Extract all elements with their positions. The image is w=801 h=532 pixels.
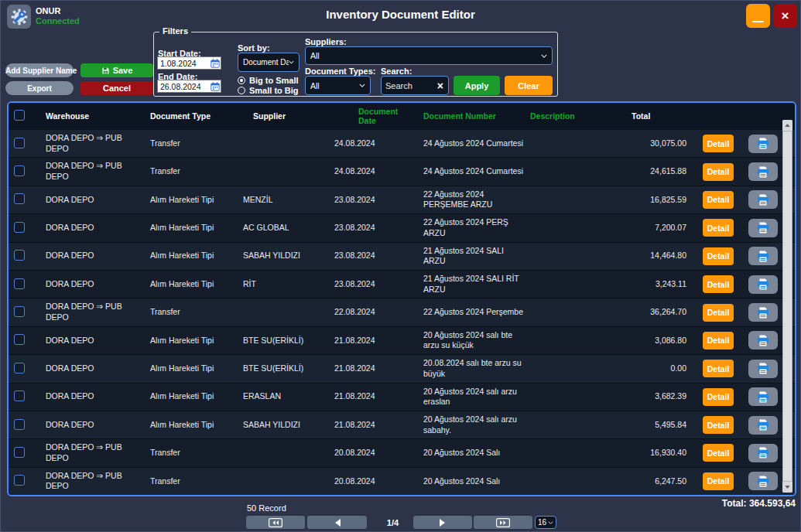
- export-button[interactable]: Export: [5, 81, 74, 95]
- row-checkbox[interactable]: [14, 278, 25, 289]
- cell-warehouse: DORA DEPO ⇒ PUB DEPO: [39, 442, 144, 463]
- cell-total: 16,930.40: [608, 448, 694, 459]
- minimize-button[interactable]: [746, 4, 770, 28]
- add-supplier-name-button[interactable]: Add Supplier Name: [5, 63, 74, 77]
- cancel-button[interactable]: Cancel: [80, 81, 153, 95]
- document-types-dropdown[interactable]: All: [305, 76, 371, 95]
- cell-document-number: 22 Ağustos 2024 Perşembe: [417, 307, 524, 318]
- printer-icon: [757, 335, 769, 346]
- cell-total: 6,247.50: [608, 476, 694, 487]
- calendar-icon[interactable]: [209, 82, 221, 91]
- suppliers-dropdown[interactable]: All: [305, 46, 553, 65]
- detail-button[interactable]: Detail: [703, 247, 734, 265]
- row-checkbox[interactable]: [14, 306, 25, 317]
- detail-button[interactable]: Detail: [703, 332, 734, 350]
- cell-document-number: 24 Ağustos 2024 Cumartesi: [417, 166, 524, 177]
- calendar-icon[interactable]: [209, 59, 221, 68]
- row-checkbox[interactable]: [14, 363, 25, 373]
- vertical-scrollbar[interactable]: [782, 120, 792, 493]
- table-row: DORA DEPO Alım Hareketi Tipi AC GLOBAL 2…: [9, 213, 795, 241]
- detail-button[interactable]: Detail: [703, 416, 734, 434]
- apply-button[interactable]: Apply: [454, 76, 500, 95]
- first-page-button[interactable]: [246, 516, 305, 529]
- scrollbar-thumb[interactable]: [783, 131, 792, 481]
- documents-table: Warehouse Document Type Supplier Documen…: [7, 101, 796, 496]
- print-button[interactable]: [748, 331, 778, 350]
- table-row: DORA DEPO ⇒ PUB DEPO Transfer 22.08.2024…: [9, 298, 795, 326]
- cell-warehouse: DORA DEPO: [39, 279, 144, 290]
- row-checkbox[interactable]: [14, 138, 25, 148]
- scroll-down-icon[interactable]: [782, 482, 792, 493]
- detail-button[interactable]: Detail: [703, 219, 734, 237]
- cell-document-number: 20.08.2024 salı bte arzu su büyük: [417, 358, 524, 379]
- detail-button[interactable]: Detail: [703, 163, 734, 181]
- row-checkbox[interactable]: [14, 475, 25, 486]
- cell-document-number: 20 Ağustos 2024 Salı: [417, 476, 524, 487]
- detail-button[interactable]: Detail: [703, 360, 734, 377]
- printer-icon: [757, 447, 769, 459]
- cell-supplier: BTE SU(ERİKLİ): [237, 336, 328, 346]
- print-button[interactable]: [748, 219, 778, 237]
- cell-document-type: Alım Hareketi Tipi: [144, 279, 237, 290]
- close-button[interactable]: ×: [773, 4, 797, 28]
- clear-button[interactable]: Clear: [505, 76, 553, 95]
- cell-total: 3,682.39: [608, 391, 694, 402]
- print-button[interactable]: [748, 162, 778, 181]
- next-page-button[interactable]: [413, 516, 472, 529]
- detail-button[interactable]: Detail: [703, 472, 734, 490]
- last-page-button[interactable]: [474, 516, 532, 529]
- sort-by-dropdown[interactable]: Document Date: [238, 53, 300, 72]
- chevron-down-icon: [548, 521, 553, 524]
- detail-button[interactable]: Detail: [703, 275, 734, 293]
- print-button[interactable]: [748, 190, 778, 209]
- print-button[interactable]: [748, 472, 778, 490]
- row-checkbox[interactable]: [14, 193, 25, 204]
- sort-order-big-to-small[interactable]: Big to Small: [238, 76, 299, 85]
- detail-button[interactable]: Detail: [703, 135, 734, 152]
- row-checkbox[interactable]: [14, 334, 25, 345]
- detail-button[interactable]: Detail: [703, 304, 734, 322]
- row-checkbox[interactable]: [14, 250, 25, 261]
- cell-document-date: 24.08.2024: [328, 166, 417, 177]
- print-button[interactable]: [748, 303, 778, 322]
- detail-button[interactable]: Detail: [703, 444, 734, 462]
- select-all-checkbox[interactable]: [14, 110, 25, 121]
- print-button[interactable]: [748, 247, 778, 265]
- detail-button[interactable]: Detail: [703, 191, 734, 209]
- cell-supplier: BTE SU(ERİKLİ): [237, 363, 328, 374]
- row-checkbox[interactable]: [14, 447, 25, 458]
- sort-order-small-to-big[interactable]: Small to Big: [238, 86, 299, 95]
- print-button[interactable]: [748, 275, 778, 294]
- row-checkbox[interactable]: [14, 165, 25, 176]
- scroll-up-icon[interactable]: [782, 120, 792, 131]
- detail-button[interactable]: Detail: [703, 388, 734, 406]
- cell-total: 14,464.80: [608, 251, 694, 261]
- row-checkbox[interactable]: [14, 419, 25, 430]
- radio-selected-icon: [238, 77, 245, 84]
- search-input[interactable]: [385, 81, 436, 90]
- save-label: Save: [113, 66, 133, 75]
- row-checkbox[interactable]: [14, 390, 25, 401]
- row-checkbox[interactable]: [14, 222, 25, 233]
- previous-page-icon: [334, 518, 341, 527]
- col-total: Total: [608, 111, 694, 121]
- minimize-icon: [752, 21, 764, 23]
- print-button[interactable]: [748, 416, 778, 435]
- col-warehouse: Warehouse: [39, 111, 144, 121]
- cell-document-date: 21.08.2024: [328, 363, 417, 374]
- start-date-input[interactable]: [158, 59, 209, 68]
- end-date-input[interactable]: [158, 82, 209, 91]
- cell-document-type: Alım Hareketi Tipi: [144, 195, 237, 206]
- printer-icon: [757, 363, 769, 374]
- save-button[interactable]: Save: [80, 63, 153, 77]
- page-size-dropdown[interactable]: 16: [535, 516, 556, 529]
- cell-document-number: 22 Ağustos 2024 PERŞEMBE ARZU: [417, 189, 524, 210]
- search-clear-icon[interactable]: ×: [436, 80, 444, 91]
- previous-page-button[interactable]: [307, 516, 367, 529]
- cell-warehouse: DORA DEPO ⇒ PUB DEPO: [39, 471, 144, 492]
- print-button[interactable]: [748, 387, 778, 406]
- print-button[interactable]: [748, 444, 778, 462]
- print-button[interactable]: [748, 135, 778, 153]
- print-button[interactable]: [748, 360, 778, 378]
- printer-icon: [757, 391, 769, 403]
